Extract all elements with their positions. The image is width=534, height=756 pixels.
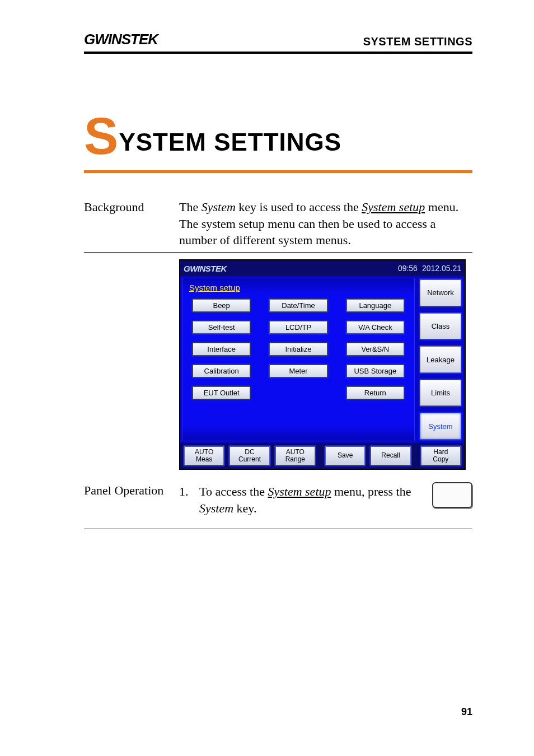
foot-button-recall[interactable]: Recall [369, 445, 411, 466]
side-button-limits[interactable]: Limits [419, 379, 462, 408]
header-section-title: SYSTEM SETTINGS [363, 35, 472, 48]
device-brand: GWINSTEK [184, 264, 394, 273]
device-button-grid: Beep Date/Time Language Self-test LCD/TP… [187, 298, 410, 400]
device-screenshot: GWINSTEK 09:56 2012.05.21 System setup B… [179, 259, 466, 470]
menu-button-calibration[interactable]: Calibration [191, 363, 251, 379]
device-footer: AUTOMeas DCCurrent AUTORange Save Recall… [180, 443, 465, 469]
menu-button-lcdtp[interactable]: LCD/TP [268, 320, 328, 335]
bg-menu: System setup [362, 200, 425, 214]
background-label: Background [84, 199, 179, 249]
op-pre: To access the [199, 484, 268, 498]
chapter-title: SYSTEM SETTINGS [84, 121, 472, 173]
step-text: To access the System setup menu, press t… [199, 483, 418, 516]
bg-key: System [202, 200, 236, 214]
side-button-network[interactable]: Network [419, 278, 462, 307]
device-screen-title: System setup [187, 282, 410, 298]
menu-button-versn[interactable]: Ver&S/N [345, 342, 405, 357]
menu-button-beep[interactable]: Beep [191, 298, 251, 313]
bg-pre: The [179, 200, 202, 214]
device-date: 2012.05.21 [422, 264, 461, 273]
system-keycap-icon [432, 482, 472, 508]
device-side-menu: Network Class Leakage Limits System [416, 276, 465, 443]
chapter-initial: S [84, 108, 119, 165]
menu-button-interface[interactable]: Interface [191, 342, 251, 357]
menu-button-datetime[interactable]: Date/Time [268, 298, 328, 313]
chapter-rest: YSTEM SETTINGS [119, 128, 341, 156]
op-post: key. [233, 501, 256, 515]
op-mid: menu, press the [331, 484, 411, 498]
foot-button-save[interactable]: Save [324, 445, 366, 466]
side-button-system[interactable]: System [419, 412, 462, 441]
foot-button-autorange[interactable]: AUTORange [274, 445, 316, 466]
page-number: 91 [461, 706, 472, 718]
foot-button-dccurrent[interactable]: DCCurrent [228, 445, 270, 466]
side-button-leakage[interactable]: Leakage [419, 345, 462, 374]
background-text: The System key is used to access the Sys… [179, 199, 472, 249]
menu-button-meter[interactable]: Meter [268, 363, 328, 379]
menu-button-vacheck[interactable]: V/A Check [345, 320, 405, 335]
brand-logo: GWINSTEK [84, 31, 158, 48]
device-titlebar: GWINSTEK 09:56 2012.05.21 [180, 260, 465, 276]
op-key: System [199, 501, 233, 515]
menu-button-language[interactable]: Language [345, 298, 405, 313]
menu-button-usbstorage[interactable]: USB Storage [345, 363, 405, 379]
bg-mid: key is used to access the [236, 200, 362, 214]
menu-button-initialize[interactable]: Initialize [268, 342, 328, 357]
menu-button-return[interactable]: Return [345, 385, 405, 400]
side-button-class[interactable]: Class [419, 312, 462, 341]
device-time: 09:56 [398, 264, 418, 273]
operation-label: Panel Operation [84, 483, 179, 498]
foot-button-hardcopy[interactable]: HardCopy [420, 445, 462, 466]
op-menu: System setup [268, 484, 331, 498]
menu-button-eutoutlet[interactable]: EUT Outlet [191, 385, 251, 400]
foot-button-automeas[interactable]: AUTOMeas [183, 445, 225, 466]
step-number: 1. [179, 483, 191, 500]
menu-button-selftest[interactable]: Self-test [191, 320, 251, 335]
